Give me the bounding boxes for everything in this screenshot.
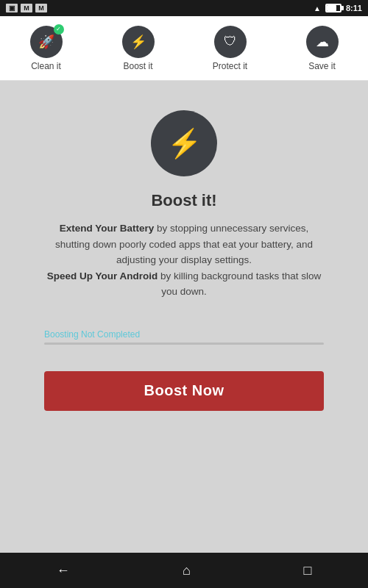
tab-bar: 🚀 ✓ Clean it ⚡ Boost it 🛡 Protect it ☁ S… — [0, 16, 368, 81]
description-bold-2: Speed Up Your Android — [47, 270, 158, 282]
battery-icon — [325, 4, 342, 12]
tab-save-it[interactable]: ☁ Save it — [276, 16, 368, 80]
back-button[interactable]: ← — [42, 557, 85, 584]
nav-bar: ← ⌂ □ — [0, 553, 368, 588]
email-icon-2: M — [35, 4, 47, 12]
app-container: 🚀 ✓ Clean it ⚡ Boost it 🛡 Protect it ☁ S… — [0, 16, 368, 553]
clean-it-icon-circle: 🚀 ✓ — [30, 26, 63, 58]
tab-protect-it[interactable]: 🛡 Protect it — [184, 16, 276, 80]
tab-clean-it-label: Clean it — [31, 61, 61, 71]
description: Extend Your Battery by stopping unnecess… — [44, 220, 324, 300]
back-icon: ← — [57, 563, 70, 578]
tab-protect-it-label: Protect it — [213, 61, 247, 71]
tab-clean-it[interactable]: 🚀 ✓ Clean it — [0, 16, 92, 80]
clock: 8:11 — [346, 4, 362, 12]
main-boost-icon-circle: ⚡ — [151, 110, 217, 176]
boost-it-icon: ⚡ — [130, 34, 146, 50]
progress-section: Boosting Not Completed — [44, 329, 324, 345]
save-it-icon-circle: ☁ — [306, 26, 339, 58]
home-icon: ⌂ — [183, 563, 191, 578]
main-title: Boost it! — [151, 191, 216, 210]
lightning-icon: ⚡ — [167, 127, 202, 159]
boost-it-icon-circle: ⚡ — [122, 26, 155, 58]
tab-boost-it[interactable]: ⚡ Boost it — [92, 16, 184, 80]
boost-now-button[interactable]: Boost Now — [44, 371, 324, 411]
status-right: ▲ 8:11 — [314, 4, 362, 12]
wifi-icon: ▲ — [314, 4, 321, 12]
recents-button[interactable]: □ — [289, 557, 326, 584]
protect-it-icon-circle: 🛡 — [214, 26, 247, 58]
email-icon-1: M — [21, 4, 32, 12]
description-text-2: by killing background tasks that slow yo… — [158, 270, 321, 298]
home-button[interactable]: ⌂ — [168, 557, 205, 584]
clean-it-icon: 🚀 — [38, 34, 54, 50]
progress-label: Boosting Not Completed — [44, 329, 324, 340]
battery-fill — [327, 5, 336, 11]
tab-boost-it-label: Boost it — [123, 61, 152, 71]
app-icon-1: ▣ — [6, 4, 18, 12]
tab-save-it-label: Save it — [308, 61, 336, 71]
progress-bar-bg — [44, 343, 324, 345]
save-it-icon: ☁ — [316, 34, 329, 50]
protect-it-icon: 🛡 — [224, 34, 237, 49]
recents-icon: □ — [303, 563, 311, 578]
status-icons-left: ▣ M M — [6, 4, 47, 12]
content-area: ⚡ Boost it! Extend Your Battery by stopp… — [0, 81, 368, 553]
description-bold-1: Extend Your Battery — [60, 223, 155, 234]
clean-it-badge: ✓ — [54, 24, 64, 35]
status-bar: ▣ M M ▲ 8:11 — [0, 0, 368, 16]
